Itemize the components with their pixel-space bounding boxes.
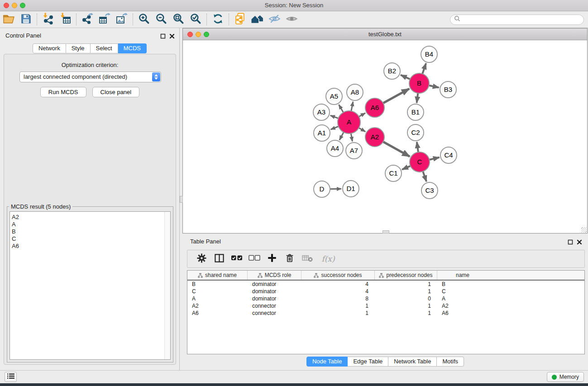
- table-cell-shared_name[interactable]: C: [187, 288, 248, 295]
- deselect-all-button[interactable]: [248, 252, 261, 266]
- graph-node-C2[interactable]: C2: [407, 124, 424, 141]
- close-panel-button[interactable]: Close panel: [92, 87, 140, 97]
- task-history-button[interactable]: [5, 372, 17, 382]
- tab-motifs[interactable]: Motifs: [437, 357, 464, 367]
- column-header-predecessor-nodes[interactable]: predecessor nodes: [375, 271, 437, 280]
- table-row[interactable]: Adominator80A: [187, 295, 584, 302]
- export-image-button[interactable]: [113, 13, 130, 26]
- table-cell-predecessor_nodes[interactable]: 1: [375, 302, 437, 310]
- table-cell-successor_nodes[interactable]: 1: [301, 302, 375, 310]
- save-session-button[interactable]: [17, 13, 34, 26]
- table-cell-predecessor_nodes[interactable]: 1: [375, 281, 437, 288]
- graph-node-A3[interactable]: A3: [313, 104, 330, 120]
- search-input[interactable]: [462, 16, 583, 24]
- table-cell-successor_nodes[interactable]: 4: [301, 281, 375, 288]
- float-panel-icon[interactable]: [568, 238, 573, 247]
- column-header-shared-name[interactable]: shared name: [187, 271, 248, 280]
- mcds-result-list[interactable]: A2ABCA6: [10, 211, 171, 360]
- splitter-grip[interactable]: [180, 196, 183, 203]
- tab-network-table[interactable]: Network Table: [388, 357, 437, 367]
- table-cell-shared_name[interactable]: A: [187, 295, 248, 302]
- delete-table-button[interactable]: [301, 252, 314, 266]
- graph-node-B4[interactable]: B4: [421, 46, 437, 62]
- column-header-MCDS-role[interactable]: MCDS role: [248, 271, 301, 280]
- graph-node-C4[interactable]: C4: [440, 147, 457, 163]
- graph-node-A7[interactable]: A7: [346, 143, 362, 159]
- table-cell-mcds_role[interactable]: connector: [248, 310, 301, 317]
- graph-node-C1[interactable]: C1: [385, 165, 402, 181]
- graph-node-A5[interactable]: A5: [326, 88, 342, 105]
- table-row[interactable]: A2connector11A2: [187, 302, 584, 310]
- result-item[interactable]: C: [10, 235, 170, 243]
- graph-node-A4[interactable]: A4: [327, 140, 343, 157]
- result-item[interactable]: A2: [10, 214, 170, 221]
- graph-node-A2[interactable]: A2: [365, 128, 384, 147]
- tab-edge-table[interactable]: Edge Table: [348, 357, 388, 367]
- select-all-button[interactable]: [230, 252, 244, 266]
- graph-node-B2[interactable]: B2: [384, 63, 400, 79]
- table-mode-button[interactable]: [195, 252, 208, 266]
- graph-node-A6[interactable]: A6: [365, 98, 384, 117]
- function-builder-button[interactable]: f(x): [318, 252, 338, 266]
- clone-network-button[interactable]: [231, 13, 249, 26]
- import-network-button[interactable]: [39, 13, 57, 26]
- open-session-button[interactable]: [0, 13, 17, 26]
- criterion-select[interactable]: largest connected component (directed): [19, 71, 161, 82]
- graph-node-C[interactable]: C: [410, 152, 430, 172]
- graph-node-A8[interactable]: A8: [347, 84, 363, 100]
- export-table-button[interactable]: [96, 13, 113, 26]
- table-cell-successor_nodes[interactable]: 8: [301, 295, 375, 302]
- tab-node-table[interactable]: Node Table: [306, 357, 348, 367]
- show-columns-button[interactable]: [212, 252, 226, 266]
- result-item[interactable]: A6: [10, 243, 170, 250]
- table-cell-mcds_role[interactable]: connector: [248, 302, 301, 310]
- network-canvas[interactable]: A5A8A3A1A4A7AA6A2BB2B4B3B1CC2C4C1C3DD1: [183, 40, 587, 233]
- tab-style[interactable]: Style: [66, 43, 91, 53]
- import-table-button[interactable]: [57, 13, 74, 26]
- graph-node-A1[interactable]: A1: [314, 125, 330, 141]
- table-row[interactable]: Cdominator41C: [187, 288, 584, 295]
- table-row[interactable]: A6connector11A6: [187, 310, 584, 317]
- zoom-selected-button[interactable]: [187, 13, 204, 26]
- zoom-fit-button[interactable]: [170, 13, 187, 26]
- float-panel-icon[interactable]: [160, 33, 166, 41]
- delete-column-button[interactable]: [283, 252, 296, 266]
- graph-node-C3[interactable]: C3: [421, 182, 438, 199]
- close-panel-icon[interactable]: [169, 33, 175, 41]
- table-cell-predecessor_nodes[interactable]: 1: [375, 288, 437, 295]
- table-cell-mcds_role[interactable]: dominator: [248, 288, 301, 295]
- graph-node-B1[interactable]: B1: [407, 104, 424, 120]
- hide-labels-button[interactable]: [266, 13, 283, 26]
- graph-node-B[interactable]: B: [409, 73, 429, 93]
- table-cell-name[interactable]: C: [437, 288, 488, 295]
- result-item[interactable]: A: [10, 221, 170, 228]
- table-cell-shared_name[interactable]: A2: [187, 302, 248, 310]
- table-cell-successor_nodes[interactable]: 1: [301, 310, 375, 317]
- tab-mcds[interactable]: MCDS: [118, 43, 147, 53]
- search-box[interactable]: [450, 14, 584, 25]
- table-row[interactable]: Bdominator41B: [187, 281, 584, 288]
- zoom-out-button[interactable]: [153, 13, 170, 26]
- memory-button[interactable]: Memory: [547, 372, 584, 382]
- table-cell-mcds_role[interactable]: dominator: [248, 281, 301, 288]
- graph-node-B3[interactable]: B3: [440, 81, 456, 98]
- tab-select[interactable]: Select: [91, 43, 118, 53]
- table-cell-successor_nodes[interactable]: 4: [301, 288, 375, 295]
- resize-grip-icon[interactable]: [581, 227, 587, 233]
- graph-node-D1[interactable]: D1: [343, 181, 359, 197]
- table-cell-mcds_role[interactable]: dominator: [248, 295, 301, 302]
- column-header-successor-nodes[interactable]: successor nodes: [301, 271, 375, 280]
- result-item[interactable]: B: [10, 228, 170, 235]
- graph-node-D[interactable]: D: [314, 181, 330, 197]
- network-window-titlebar[interactable]: testGlobe.txt: [183, 29, 587, 40]
- column-header-name[interactable]: name: [437, 271, 488, 280]
- graph-node-A[interactable]: A: [338, 111, 360, 133]
- zoom-in-button[interactable]: [135, 13, 153, 26]
- table-cell-predecessor_nodes[interactable]: 1: [375, 310, 437, 317]
- export-network-button[interactable]: [79, 13, 96, 26]
- add-column-button[interactable]: [265, 252, 279, 266]
- tab-network[interactable]: Network: [33, 43, 66, 53]
- table-cell-name[interactable]: B: [437, 281, 488, 288]
- table-cell-shared_name[interactable]: B: [187, 281, 248, 288]
- run-mcds-button[interactable]: Run MCDS: [40, 87, 86, 97]
